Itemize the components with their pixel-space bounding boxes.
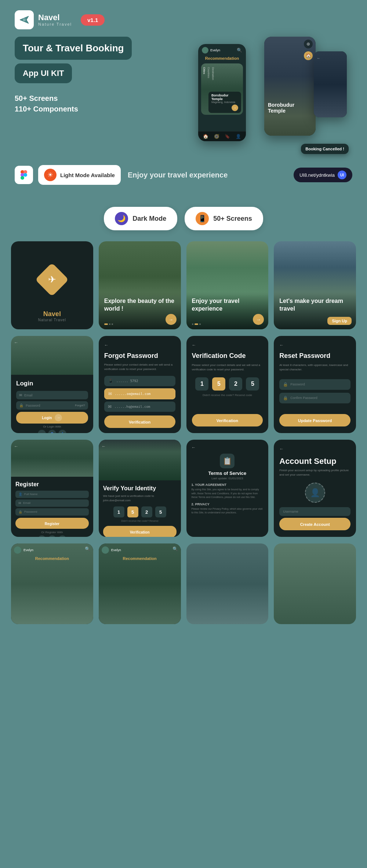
email2-option[interactable]: ✉ ......hq@email.com xyxy=(104,402,175,412)
verify-back-arrow2[interactable]: ← xyxy=(102,444,106,449)
splash-diamond: ✈ xyxy=(35,263,69,296)
forgot-back-arrow[interactable]: ← xyxy=(104,343,175,348)
phone-username: Evelyn xyxy=(210,48,220,52)
apple-icon[interactable] xyxy=(38,430,46,433)
borobudur-title: Borobudur Temple xyxy=(211,94,238,101)
dark-mode-button[interactable]: 🌙 Dark Mode xyxy=(104,207,177,230)
forgot-btn[interactable]: Verification xyxy=(104,415,175,428)
verify-back-arrow[interactable]: ← xyxy=(192,343,263,348)
register-title: Register xyxy=(15,481,89,488)
terms-icon: 📋 xyxy=(220,454,235,468)
bottom-card-2: Evelyn 🔍 Recommendation xyxy=(99,543,181,624)
register-back-arrow[interactable]: ← xyxy=(14,444,18,449)
stat1: 50+ Screens xyxy=(15,94,180,103)
screens-button[interactable]: 📱 50+ Screens xyxy=(185,207,263,230)
onboarding-1-card: Explore the beauty of the world ! → xyxy=(99,241,181,329)
reg-apple-icon[interactable] xyxy=(38,535,46,537)
screens-row-1: ✈ Navel Natural Travel Explore the beaut… xyxy=(0,241,367,329)
version-badge: v1.1 xyxy=(81,14,105,26)
reset-btn[interactable]: Update Password xyxy=(279,414,350,426)
signup-btn[interactable]: Sign Up xyxy=(327,317,352,325)
hero-phone-right2: ← xyxy=(314,51,347,117)
terms-back-arrow[interactable]: ← xyxy=(192,445,264,450)
terms-subtitle: Last update: 01/01/2023 xyxy=(192,477,264,480)
nav-user-icon[interactable]: 👤 xyxy=(236,134,241,139)
reset-confirm-field[interactable]: 🔒 Confirm Password xyxy=(279,393,350,403)
create-account-btn[interactable]: Create Account xyxy=(279,518,350,530)
otp-box-4[interactable]: 5 xyxy=(246,377,259,391)
reset-back-arrow[interactable]: ← xyxy=(279,343,350,348)
verify-otp-3[interactable]: 2 xyxy=(141,506,152,517)
facebook-icon[interactable]: f xyxy=(58,430,66,433)
email1-value: ......oe@email.com xyxy=(115,392,151,396)
bottom1-username: Evelyn xyxy=(23,548,33,552)
email1-option[interactable]: ✉ ......oe@email.com xyxy=(104,388,175,399)
login-btn[interactable]: Login xyxy=(42,416,52,420)
logo-area: Navel Nature Travel v1.1 xyxy=(15,10,105,29)
borobudur-arrow[interactable]: → xyxy=(232,105,238,111)
verify-otp-1[interactable]: 1 xyxy=(113,506,124,517)
verify-otp-2[interactable]: 5 xyxy=(127,506,138,517)
splash-logo-name: Navel xyxy=(38,310,66,318)
reg-google-icon[interactable]: G xyxy=(48,535,56,537)
reg-pw-field[interactable]: Password xyxy=(24,510,37,513)
verify-btn[interactable]: Verification xyxy=(103,526,177,537)
forgot-subtitle: Please select your contact details and w… xyxy=(104,363,175,371)
register-btn[interactable]: Register xyxy=(15,518,89,529)
nav-bookmark-icon[interactable]: 🔖 xyxy=(225,134,230,139)
onboard2-title: Enjoy your travel experience xyxy=(192,297,263,313)
confirm-pw-placeholder: Confirm Password xyxy=(290,396,317,400)
hero-title-2: App UI KIT xyxy=(23,69,64,78)
logo-icon xyxy=(15,10,34,29)
otp-box-3[interactable]: 2 xyxy=(229,377,242,391)
hero-section: Tour & Travel Booking App UI KIT 50+ Scr… xyxy=(0,33,367,158)
verify-resend[interactable]: Didn't receive the code? Resend xyxy=(103,520,177,522)
email-placeholder[interactable]: Email xyxy=(24,393,33,397)
password-placeholder[interactable]: Password xyxy=(26,404,40,407)
or-register-with: Or Register With xyxy=(15,531,89,534)
email-icon: ✉ xyxy=(19,393,22,397)
lock2-icon: 🔒 xyxy=(283,382,288,387)
forgot-link[interactable]: Forgot? xyxy=(75,404,85,407)
reset-password-card: ← Reset Password At least 8 characters, … xyxy=(274,336,356,433)
onboard2-arrow[interactable]: → xyxy=(253,314,264,325)
home-icon: 🏠 xyxy=(306,53,311,58)
phone-option[interactable]: 📱 ...... 5792 xyxy=(104,376,175,386)
reg-fb-icon[interactable]: f xyxy=(58,535,66,537)
reset-password-field[interactable]: 🔒 Password xyxy=(279,379,350,390)
onboard1-arrow[interactable]: → xyxy=(166,314,177,325)
badges-row: ☀ Light Mode Available Enjoy your travel… xyxy=(0,158,367,188)
resend-code-text[interactable]: Didn't receive the code? Resend code xyxy=(192,393,263,397)
temple-title: Borobudur Temple xyxy=(268,102,312,114)
otp-box-1[interactable]: 1 xyxy=(195,377,208,391)
bottom1-search[interactable]: 🔍 xyxy=(85,546,90,552)
reg-email-field[interactable]: Email xyxy=(23,501,30,505)
logo-tagline: Nature Travel xyxy=(38,22,72,26)
nav-compass-icon[interactable]: 🧭 xyxy=(214,134,219,139)
svg-point-2 xyxy=(23,18,26,21)
reg-name-field[interactable]: Full Name xyxy=(24,492,37,496)
header: Navel Nature Travel v1.1 xyxy=(0,0,367,33)
verify-identity-card: ← Verify Your Identity We have just sent… xyxy=(99,440,181,537)
register-card: ← Register 👤 Full Name ✉ Email 🔒 Passwor… xyxy=(11,440,93,537)
otp-box-2[interactable]: 5 xyxy=(212,377,225,391)
verify-otp-4[interactable]: 5 xyxy=(155,506,166,517)
bottom2-search[interactable]: 🔍 xyxy=(172,546,178,552)
terms-card: ← 📋 Terms of Service Last update: 01/01/… xyxy=(186,440,269,537)
phone-icon: 📱 xyxy=(108,378,113,384)
verification-btn[interactable]: Verification xyxy=(192,414,263,426)
reg-email-icon: ✉ xyxy=(18,501,21,505)
account-back-arrow[interactable]: ← xyxy=(279,446,350,451)
nav-home-icon[interactable]: 🏠 xyxy=(203,134,208,139)
mode-buttons-section: 🌙 Dark Mode 📱 50+ Screens xyxy=(0,188,367,241)
ui8-badge[interactable]: UI8.net/ydntkwia UI xyxy=(294,168,352,182)
login-back-arrow[interactable]: ← xyxy=(14,340,18,345)
avatar-upload[interactable]: 👤 xyxy=(305,483,325,503)
plane-in-diamond-icon: ✈ xyxy=(48,274,56,285)
enjoy-text: Enjoy your travel experience xyxy=(128,171,228,179)
bottom-card-4 xyxy=(274,543,356,624)
email1-icon: ✉ xyxy=(108,391,112,396)
google-icon[interactable]: G xyxy=(48,430,56,433)
account-title: Account Setup xyxy=(279,457,350,466)
username-field[interactable]: Username xyxy=(279,507,350,516)
